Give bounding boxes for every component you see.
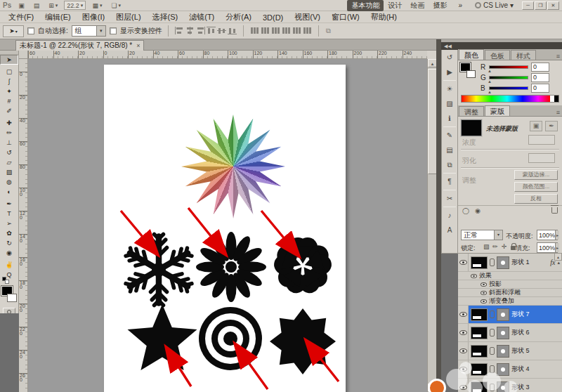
color-tab-3[interactable]: 样式 [511,50,536,60]
screen-mode-button[interactable]: ❏▾ [108,1,124,10]
vertical-ruler[interactable]: 020406080100120140160180200220240260 [19,59,28,392]
distribute-right-button[interactable] [302,27,313,36]
fill-value[interactable]: 100% ▸ [537,242,558,253]
info-panel-icon[interactable]: ℹ [442,111,457,126]
menu-item-6[interactable]: 滤镜(T) [183,12,220,22]
vector-mask-thumbnail[interactable] [497,308,509,321]
notes-panel-icon[interactable]: ♪ [442,208,457,223]
visibility-toggle[interactable] [458,306,469,323]
vector-mask-thumbnail[interactable] [497,327,509,339]
color-tab-2[interactable]: 色板 [485,50,510,60]
layer-name[interactable]: 形状 1 [511,258,530,267]
menu-item-2[interactable]: 编辑(E) [39,12,77,22]
channel-value[interactable]: 0 [531,63,549,72]
layer-name[interactable]: 形状 6 [511,328,530,337]
lock-position-icon[interactable]: ✛ [502,243,507,250]
close-button[interactable]: ✕ [547,1,559,10]
effect-row[interactable]: 渐变叠加 [458,297,562,306]
canvas-vertical-scrollbar[interactable]: ▲ ▼ [427,59,436,392]
mask-view-icon[interactable]: ◉ [475,207,481,214]
panel-color-swatches[interactable] [460,63,478,81]
view-extras-button[interactable]: ⊞▾ [46,1,60,10]
layer-row-body[interactable]: 形状 4 [469,360,562,378]
paragraph-panel-icon[interactable]: ¶ [442,174,457,189]
auto-select-checkbox[interactable] [27,27,34,34]
workspace-button-4[interactable]: 摄影 [429,0,451,11]
vector-mask-thumbnail[interactable] [497,256,509,269]
cs-live-button[interactable]: CS Live ▾ [475,1,514,9]
3d-rotate-tool[interactable]: ↻ [0,238,18,248]
horizontal-ruler[interactable]: 6040200204060801001201401601802002202402… [28,51,427,59]
arrange-documents-button[interactable]: ▦▾ [89,1,105,10]
feather-value[interactable] [528,153,555,163]
mask-button-1[interactable]: 蒙版边缘... [514,170,558,180]
rectangular-marquee-tool[interactable]: ▢ [0,67,18,77]
layer-thumbnail[interactable] [471,345,488,358]
workspace-button-1[interactable]: 基本功能 [347,0,384,11]
3d-orbit-tool[interactable]: ◉ [0,248,18,258]
visibility-toggle[interactable] [458,324,469,341]
lock-image-pixels-icon[interactable]: ✏ [492,243,498,250]
vector-mask-thumbnail[interactable] [497,363,509,376]
menu-item-7[interactable]: 分析(A) [220,12,257,22]
layer-thumbnail[interactable] [471,327,488,339]
channel-value[interactable]: 0 [531,84,549,93]
align-left-button[interactable] [174,27,185,36]
history-brush-tool[interactable]: ↺ [0,148,18,157]
align-right-button[interactable] [195,27,206,36]
layer-row-body[interactable]: 形状 5 [469,342,562,360]
styles-panel-icon[interactable]: ▨ [442,96,457,111]
eraser-tool[interactable]: ▱ [0,157,18,167]
spinner-arrow-icon[interactable]: ▸ [555,230,559,240]
actions-panel-icon[interactable]: ▶ [442,65,457,79]
menu-item-4[interactable]: 图层(L) [110,12,146,22]
delete-mask-icon[interactable] [551,207,558,214]
layer-thumbnail[interactable] [471,308,488,321]
mask-button-2[interactable]: 颜色范围... [514,182,558,192]
pen-tool[interactable]: ✒ [0,199,18,209]
menu-item-9[interactable]: 视图(V) [289,12,326,22]
distribute-hcenter-button[interactable] [292,27,302,36]
auto-select-dropdown[interactable]: 组 ▾ [72,25,106,37]
launch-bridge-button[interactable]: ▣ [15,1,27,10]
align-vmiddle-button[interactable] [216,27,227,36]
layer-row[interactable]: 形状 7 [458,306,562,324]
tool-preset-picker[interactable]: ➤ ▾ [3,25,24,37]
crop-tool[interactable]: # [0,96,18,106]
dock-divider[interactable] [436,39,441,392]
background-color-swatch[interactable] [7,294,17,302]
effect-row[interactable]: 效果 [458,272,562,280]
color-tab-1[interactable]: 颜色 [459,49,484,60]
layer-row[interactable]: 形状 4 [458,360,562,379]
hand-tool[interactable]: ✌ [0,260,18,270]
foreground-background-colors[interactable] [0,285,19,306]
lock-all-icon[interactable] [511,246,516,250]
layer-row[interactable]: 形状 6 [458,324,562,342]
restore-button[interactable]: ❐ [535,1,547,10]
distribute-left-button[interactable] [281,27,292,36]
visibility-toggle[interactable] [458,342,469,360]
eyedropper-tool[interactable]: ✐ [0,106,18,116]
background-color-swatch[interactable] [466,70,476,78]
distribute-bottom-button[interactable] [270,27,281,36]
brush-tool[interactable]: ✏ [0,128,18,138]
show-transform-checkbox[interactable] [110,27,117,34]
channel-slider[interactable]: ▲ [489,65,528,69]
layer-thumbnail[interactable] [471,363,488,376]
mask-button-3[interactable]: 反相 [514,194,558,204]
menu-item-10[interactable]: 窗口(W) [326,12,365,22]
eye-icon[interactable] [471,274,477,278]
workspace-overflow-button[interactable]: » [454,1,466,10]
launch-mini-bridge-button[interactable]: ▤ [31,1,43,10]
ruler-corner[interactable] [19,51,28,59]
tool-misc-panel-icon[interactable]: ✂ [442,191,457,206]
masks-tab-2[interactable]: 蒙版 [485,105,510,116]
menu-item-1[interactable]: 文件(F) [3,12,39,22]
menu-item-5[interactable]: 选择(S) [147,12,184,22]
distribute-vcenter-button[interactable] [260,27,270,36]
channel-value[interactable]: 0 [531,73,549,82]
spot-healing-brush-tool[interactable]: ✚ [0,118,18,128]
menu-item-11[interactable]: 帮助(H) [365,12,403,22]
clone-source-panel-icon[interactable]: ⧉ [442,157,457,172]
layer-thumbnail[interactable] [471,256,488,269]
